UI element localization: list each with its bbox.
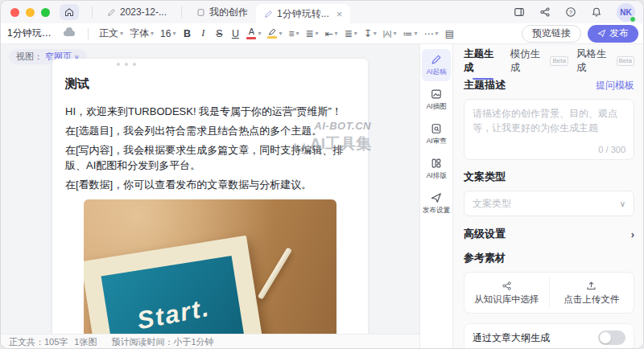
upload-file-button[interactable]: 点击上传文件 (550, 273, 634, 313)
preview-link-button[interactable]: 预览链接 (522, 25, 581, 43)
close-tab-icon[interactable]: × (336, 9, 343, 19)
bold-button[interactable]: B (180, 28, 194, 39)
advanced-settings-row[interactable]: 高级设置 › (464, 227, 634, 241)
strikethrough-button[interactable]: S (212, 28, 226, 39)
block-handle-dots[interactable] (117, 63, 136, 66)
caret-down-icon: ▾ (393, 30, 396, 37)
pencil-icon (431, 54, 442, 65)
outline-toggle[interactable] (598, 331, 625, 345)
caret-down-icon: ▾ (316, 30, 319, 37)
document-icon (196, 8, 205, 17)
document-search-icon (431, 123, 442, 134)
indent-dropdown[interactable]: ⇤ ▾ (323, 27, 341, 41)
char-counter: 0 / 300 (598, 145, 625, 154)
minimize-window-button[interactable] (26, 8, 35, 17)
more-tools-dropdown[interactable]: ⋯ ▾ (422, 27, 441, 41)
knowledge-base-icon (502, 281, 512, 291)
caret-down-icon: ▾ (279, 30, 282, 37)
document-canvas[interactable]: 测试 HI，欢迎来到TURBODESK! 我是专属于你的运营“贾维斯”！ 在[选… (52, 59, 368, 349)
doc-heading: 测试 (65, 76, 355, 92)
paragraph-style-dropdown[interactable]: 正文 ▾ (97, 25, 126, 42)
underline-button[interactable]: U (228, 28, 242, 39)
ai-tool-rail: AI起稿 AI插图 AI审查 AI排版 发布设置 (419, 44, 453, 349)
user-avatar[interactable]: NK (617, 3, 635, 22)
rail-item-ai-draft[interactable]: AI起稿 (422, 49, 451, 81)
chevron-right-icon: › (631, 228, 634, 240)
rail-item-ai-illustration[interactable]: AI插图 (422, 84, 451, 116)
select-from-knowledge-base-button[interactable]: 从知识库中选择 (464, 273, 549, 313)
align-icon: ≡ (288, 28, 294, 39)
ellipsis-icon: ⋯ (424, 28, 434, 39)
advanced-settings-label: 高级设置 (464, 227, 506, 241)
outline-generation-row: 通过文章大纲生成 (464, 323, 634, 349)
help-icon[interactable]: ? (565, 6, 576, 18)
view-label: 视图： (16, 51, 43, 63)
italic-button[interactable]: I (196, 27, 210, 39)
caret-down-icon: ▾ (295, 30, 299, 37)
photo-start-text: Start. (135, 293, 213, 335)
tab-topic-generation[interactable]: 主题生成 (464, 47, 502, 75)
font-family-value: 字体 (130, 27, 149, 40)
rail-item-publish-settings[interactable]: 发布设置 (422, 187, 451, 220)
image-count: 1张图 (74, 336, 97, 348)
sidebar-toggle-icon[interactable] (514, 6, 525, 18)
titlebar: 2023-12-... 我的创作 1分钟玩转... × ? (1, 1, 644, 23)
caret-down-icon: ▾ (120, 30, 123, 37)
select-placeholder: 文案类型 (473, 197, 511, 211)
tab-active-doc[interactable]: 1分钟玩转... × (256, 4, 350, 23)
list-dropdown[interactable]: ≔ ▾ (400, 27, 419, 41)
tab-label: 我的创作 (209, 6, 248, 19)
align-dropdown[interactable]: ≡ ▾ (286, 27, 301, 41)
kb-button-label: 从知识库中选择 (474, 294, 539, 306)
close-window-button[interactable] (10, 8, 19, 17)
topic-description-textarea[interactable]: 请描述你的创作背景、目的、观点等，让我更好的为你生成主题 0 / 300 (464, 99, 634, 160)
font-family-dropdown[interactable]: 字体 ▾ (127, 25, 156, 42)
inline-image-start-photo[interactable]: Start. (84, 199, 336, 349)
beta-badge: Beta (550, 56, 568, 66)
traffic-lights (1, 8, 60, 17)
topic-description-label: 主题描述 (464, 78, 506, 92)
font-size-dropdown[interactable]: 16 ▾ (158, 27, 178, 41)
tab-style-generation[interactable]: 风格生成 Beta (576, 47, 634, 75)
layout-icon (431, 158, 442, 169)
share-icon[interactable] (539, 6, 551, 18)
tab-my-creations[interactable]: 我的创作 (188, 1, 256, 23)
home-button[interactable] (60, 4, 79, 20)
doc-paragraph: HI，欢迎来到TURBODESK! 我是专属于你的运营“贾维斯”！ (65, 104, 355, 119)
publish-button[interactable]: 发布 (588, 25, 638, 43)
insert-below-dropdown[interactable]: ↧ ▾ (361, 27, 379, 41)
publish-label: 发布 (609, 27, 629, 40)
font-color-icon: A (246, 27, 256, 39)
tab-label: 1分钟玩转... (277, 7, 329, 21)
paragraph-spacing-dropdown[interactable]: ≣ ▾ (342, 27, 360, 41)
caret-down-icon: ▾ (258, 30, 261, 37)
textarea-placeholder: 请描述你的创作背景、目的、观点等，让我更好的为你生成主题 (473, 106, 625, 135)
font-color-dropdown[interactable]: A ▾ (244, 26, 263, 41)
highlight-color-dropdown[interactable]: ▾ (265, 27, 284, 40)
line-height-icon: ≣ (305, 28, 313, 39)
line-height-dropdown[interactable]: ≣ ▾ (303, 27, 320, 41)
font-size-value: 16 (160, 28, 171, 39)
copy-type-label: 文案类型 (464, 170, 506, 184)
format-painter-button[interactable]: ▤ (443, 28, 457, 39)
tab-recent-doc[interactable]: 2023-12-... (99, 1, 175, 23)
question-template-link[interactable]: 提问模板 (596, 79, 634, 92)
doc-paragraph: 在[写内容]，我会根据要求生成多篇文章，同时支持编辑、排版、AI配图和分发到多平… (65, 142, 355, 173)
doc-paragraph: 在[看数据]，你可以查看发布的文章数据与分析建议。 (65, 177, 355, 192)
caret-down-icon: ▾ (436, 30, 439, 37)
preview-link-label: 预览链接 (532, 27, 571, 40)
pencil-icon (107, 8, 116, 17)
rail-item-ai-review[interactable]: AI审查 (422, 118, 451, 150)
photo-paper: Start. (84, 236, 267, 349)
paragraph-style-value: 正文 (99, 27, 118, 40)
letter-spacing-dropdown[interactable]: |A| ▾ (381, 28, 399, 39)
tab-imitation-generation[interactable]: 模仿生成 Beta (510, 47, 568, 75)
rail-item-ai-layout[interactable]: AI排版 (422, 153, 451, 185)
avatar-initials: NK (620, 8, 631, 17)
notifications-bell-icon[interactable] (591, 6, 602, 18)
copy-type-select[interactable]: 文案类型 ∨ (464, 191, 634, 216)
cloud-sync-icon (64, 31, 75, 36)
reference-material-card: 从知识库中选择 点击上传文件 (464, 272, 634, 314)
zoom-window-button[interactable] (41, 8, 50, 17)
rail-item-label: AI审查 (426, 136, 446, 146)
